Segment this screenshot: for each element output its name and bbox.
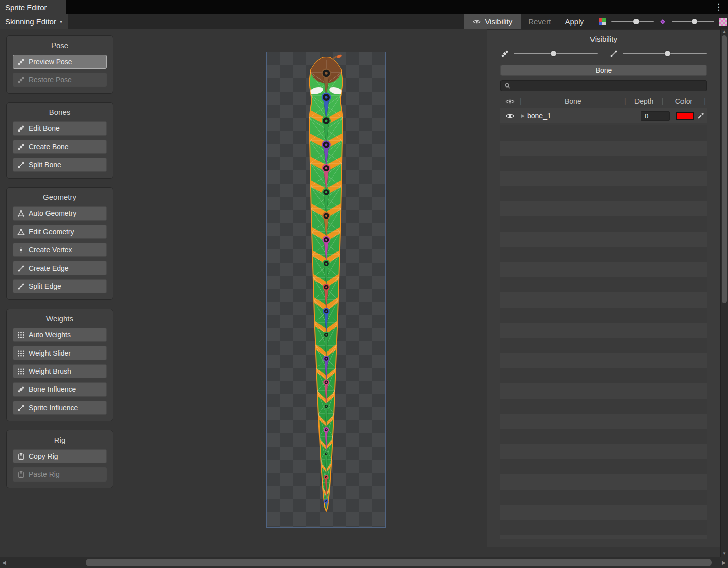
visibility-panel: Visibility Bone | Bone | Depth | Color |… [487,29,720,547]
vertical-scrollbar[interactable]: ▲ ▼ [720,29,728,557]
auto-weights-button[interactable]: Auto Weights [13,328,107,342]
paste-rig-button[interactable]: Paste Rig [13,467,107,482]
color-grid-icon[interactable] [598,18,606,26]
auto-geometry-button[interactable]: Auto Geometry [13,206,107,221]
bone-table-header: | Bone | Depth | Color | [500,95,707,107]
column-depth: Depth [627,97,661,105]
depth-field[interactable]: 0 [641,111,670,121]
edit-bone-icon [17,125,25,133]
chevron-down-icon: ▾ [60,19,62,24]
skinning-editor-dropdown[interactable]: Skinning Editor ▾ [0,14,68,29]
bone-table-row: ▶ bone_1 0 [500,108,707,123]
sprite-editor-window: Sprite Editor ⋮ Skinning Editor ▾ Visibi… [0,0,728,568]
gizmo-opacity-row [500,50,707,58]
section-weights: Weights Auto Weights Weight Slider Weigh… [6,309,113,421]
sprite-influence-icon [17,404,25,412]
restore-pose-button[interactable]: Restore Pose [13,73,107,87]
kebab-menu-icon[interactable]: ⋮ [714,1,723,13]
create-edge-button[interactable]: Create Edge [13,261,107,275]
preview-pose-icon [17,58,25,66]
bone-name[interactable]: bone_1 [527,112,641,120]
checker-pattern-icon [719,18,727,26]
section-title: Rig [13,435,107,444]
weight-slider-button[interactable]: Weight Slider [13,346,107,360]
section-bones: Bones Edit Bone Create Bone Split Bone [6,102,113,179]
outline-opacity-slider[interactable] [611,21,654,22]
weight-brush-icon [17,368,25,375]
bone-color-swatch[interactable] [676,112,694,120]
horizontal-scrollbar[interactable]: ◀ ▶ [0,557,728,568]
edit-geometry-button[interactable]: Edit Geometry [13,225,107,239]
section-pose: Pose Preview Pose Restore Pose [6,35,113,94]
bone-influence-button[interactable]: Bone Influence [13,382,107,397]
eye-icon [473,18,481,26]
scroll-down-icon[interactable]: ▼ [721,551,728,557]
restore-pose-icon [17,76,25,84]
paste-rig-icon [17,471,25,478]
create-vertex-icon [17,246,25,254]
empty-bone-rows [500,125,707,539]
section-rig: Rig Copy Rig Paste Rig [6,430,113,488]
auto-weights-icon [17,331,25,339]
texture-opacity-icon [659,18,667,26]
mode-dropdown-label: Skinning Editor [5,17,56,26]
toolbar: Skinning Editor ▾ Visibility Revert Appl… [0,14,728,29]
search-input[interactable] [513,81,703,91]
scroll-right-icon[interactable]: ▶ [722,559,726,566]
bone-gizmo-opacity-slider[interactable] [514,53,598,54]
window-title: Sprite Editor [5,3,47,12]
visibility-button-label: Visibility [485,17,512,26]
eyedropper-icon[interactable] [694,112,707,120]
bone-search[interactable] [500,80,707,91]
apply-button[interactable]: Apply [558,17,591,26]
weight-slider-icon [17,349,25,357]
section-title: Geometry [13,193,107,201]
column-bone: Bone [523,97,623,105]
horizontal-scrollbar-thumb[interactable] [86,559,712,566]
visibility-column-eye-icon [500,99,519,104]
mesh-gizmo-opacity-icon [610,50,618,58]
section-title: Pose [13,41,107,50]
scroll-up-icon[interactable]: ▲ [721,29,728,35]
bone-gizmo-opacity-icon [500,50,509,58]
edit-geometry-icon [17,228,25,236]
bone-gizmo-opacity-knob[interactable] [551,51,556,56]
tab-sprite-editor[interactable]: Sprite Editor [0,0,66,14]
edit-bone-button[interactable]: Edit Bone [13,121,107,136]
split-bone-button[interactable]: Split Bone [13,158,107,172]
outline-opacity-slider-knob[interactable] [633,19,639,24]
create-edge-icon [17,265,25,272]
create-vertex-button[interactable]: Create Vertex [13,243,107,257]
section-geometry: Geometry Auto Geometry Edit Geometry Cre… [6,187,113,300]
copy-rig-button[interactable]: Copy Rig [13,449,107,463]
create-bone-button[interactable]: Create Bone [13,140,107,154]
sprite-influence-button[interactable]: Sprite Influence [13,401,107,415]
visibility-toggle-button[interactable]: Visibility [464,14,521,29]
tool-panel: Pose Preview Pose Restore Pose Bones Edi… [6,35,113,497]
auto-geometry-icon [17,210,25,217]
sprite-frame[interactable] [267,52,385,527]
weight-brush-button[interactable]: Weight Brush [13,364,107,378]
texture-opacity-slider-knob[interactable] [692,19,697,24]
split-bone-icon [17,161,25,169]
split-edge-icon [17,283,25,290]
disclosure-icon[interactable]: ▶ [519,113,527,118]
revert-button[interactable]: Revert [521,17,558,26]
column-color: Color [664,97,703,105]
vertical-scrollbar-thumb[interactable] [722,35,727,303]
scroll-left-icon[interactable]: ◀ [2,559,6,566]
mesh-gizmo-opacity-knob[interactable] [665,51,670,56]
bone-visibility-toggle-eye-icon[interactable] [500,113,519,119]
texture-opacity-slider[interactable] [672,21,714,22]
search-icon [504,82,511,89]
title-bar: Sprite Editor ⋮ [0,0,728,14]
visibility-panel-title: Visibility [487,35,720,43]
tab-bone[interactable]: Bone [500,65,707,76]
preview-pose-button[interactable]: Preview Pose [13,55,107,69]
sprite-mesh-preview [267,52,385,527]
split-edge-button[interactable]: Split Edge [13,279,107,293]
mesh-gizmo-opacity-slider[interactable] [623,53,707,54]
toolbar-right-group: Visibility Revert Apply [464,14,728,29]
create-bone-icon [17,143,25,151]
section-title: Weights [13,314,107,323]
